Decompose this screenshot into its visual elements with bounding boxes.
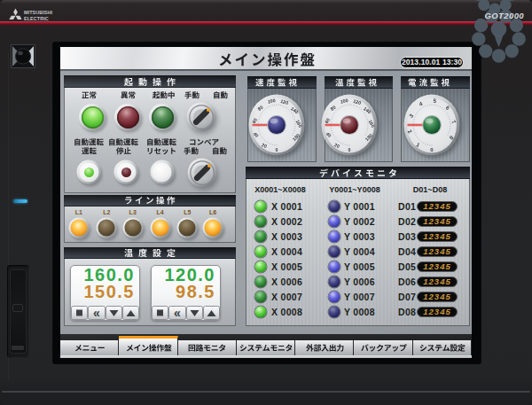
svg-text:MITSUBISHI: MITSUBISHI: [24, 10, 53, 15]
svg-text:0: 0: [276, 147, 278, 152]
svg-text:0: 0: [348, 147, 351, 152]
